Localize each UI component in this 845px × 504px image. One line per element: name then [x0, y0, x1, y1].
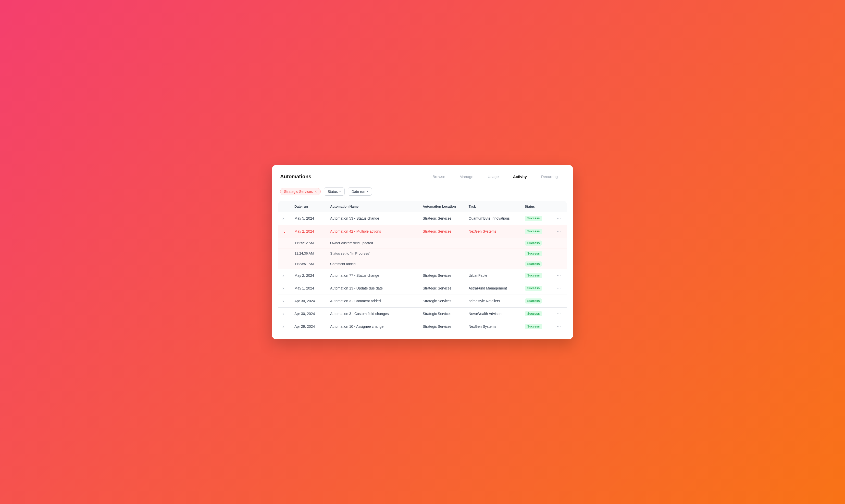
row-expand-toggle[interactable]: ›: [278, 307, 291, 320]
tab-recurring[interactable]: Recurring: [534, 172, 565, 182]
row-status: Success: [521, 294, 551, 307]
status-badge: Success: [525, 273, 542, 278]
col-expand-header: [278, 201, 291, 212]
sub-row-time: 11:24:36 AM: [290, 248, 326, 259]
more-options-icon[interactable]: ···: [555, 272, 562, 278]
table-row: › Apr 30, 2024 Automation 3 - Custom fie…: [278, 307, 567, 320]
sub-row-status: Success: [521, 248, 551, 259]
row-location: Strategic Services: [419, 307, 465, 320]
row-automation-name: Automation 3 - Custom field changes: [326, 307, 419, 320]
table-row: ⌄ May 2, 2024 Automation 42 - Multiple a…: [278, 225, 567, 238]
row-expand-toggle[interactable]: ›: [278, 320, 291, 333]
filter-tag-label: Strategic Services: [284, 190, 313, 194]
nav-tabs: BrowseManageUsageActivityRecurring: [425, 171, 565, 182]
tab-activity[interactable]: Activity: [506, 172, 534, 182]
row-more[interactable]: ···: [551, 212, 567, 225]
table-sub-row: 11:25:12 AM Owner custom field updated S…: [278, 238, 567, 248]
status-badge: Success: [525, 229, 542, 234]
row-expand-toggle[interactable]: ›: [278, 212, 291, 225]
sub-row-status: Success: [521, 259, 551, 269]
more-options-icon[interactable]: ···: [555, 228, 562, 234]
col-more-header: [551, 201, 567, 212]
app-window: Automations BrowseManageUsageActivityRec…: [272, 165, 573, 339]
row-task: NexGen Systems: [465, 225, 521, 238]
row-status: Success: [521, 307, 551, 320]
row-more[interactable]: ···: [551, 320, 567, 333]
col-status-header: Status: [521, 201, 551, 212]
table-row: › Apr 30, 2024 Automation 3 - Comment ad…: [278, 294, 567, 307]
status-badge: Success: [525, 299, 542, 304]
row-task: NovaWealth Advisors: [465, 307, 521, 320]
header: Automations BrowseManageUsageActivityRec…: [272, 165, 573, 182]
row-expand-toggle[interactable]: ›: [278, 294, 291, 307]
sub-row-empty-expand: [278, 248, 291, 259]
more-options-icon[interactable]: ···: [555, 285, 562, 291]
filter-tag-strategic-services[interactable]: Strategic Services ×: [280, 188, 321, 195]
row-date: May 1, 2024: [290, 282, 326, 294]
more-options-icon[interactable]: ···: [555, 215, 562, 221]
sub-row-more-empty: [551, 248, 567, 259]
more-options-icon[interactable]: ···: [555, 298, 562, 304]
sub-status-badge: Success: [525, 262, 542, 267]
row-status: Success: [521, 225, 551, 238]
chevron-down-icon: ▾: [366, 190, 368, 193]
row-task: UrbanFable: [465, 269, 521, 282]
filters-bar: Strategic Services × Status▾Date run▾: [272, 182, 573, 201]
table-container: Date run Automation Name Automation Loca…: [272, 201, 573, 339]
sub-row-status: Success: [521, 238, 551, 248]
row-location: Strategic Services: [419, 225, 465, 238]
row-task: AstraFund Management: [465, 282, 521, 294]
sub-row-time: 11:25:12 AM: [290, 238, 326, 248]
row-more[interactable]: ···: [551, 282, 567, 294]
row-more[interactable]: ···: [551, 269, 567, 282]
row-location: Strategic Services: [419, 320, 465, 333]
tab-manage[interactable]: Manage: [452, 172, 481, 182]
row-automation-name: Automation 13 - Update due date: [326, 282, 419, 294]
row-task: NexGen Systems: [465, 320, 521, 333]
col-date-header: Date run: [290, 201, 326, 212]
col-location-header: Automation Location: [419, 201, 465, 212]
row-more[interactable]: ···: [551, 307, 567, 320]
row-location: Strategic Services: [419, 269, 465, 282]
table-row: › May 1, 2024 Automation 13 - Update due…: [278, 282, 567, 294]
row-location: Strategic Services: [419, 212, 465, 225]
sub-row-action: Status set to “In Progress”: [326, 248, 521, 259]
table-row: › May 5, 2024 Automation 53 - Status cha…: [278, 212, 567, 225]
filter-tag-close-icon[interactable]: ×: [315, 190, 317, 194]
row-more[interactable]: ···: [551, 225, 567, 238]
row-date: May 5, 2024: [290, 212, 326, 225]
table-sub-row: 11:23:51 AM Comment added Success: [278, 259, 567, 269]
row-date: Apr 30, 2024: [290, 294, 326, 307]
table-row: › May 2, 2024 Automation 77 - Status cha…: [278, 269, 567, 282]
row-status: Success: [521, 212, 551, 225]
col-task-header: Task: [465, 201, 521, 212]
row-date: Apr 30, 2024: [290, 307, 326, 320]
sub-row-time: 11:23:51 AM: [290, 259, 326, 269]
row-expand-toggle[interactable]: ›: [278, 269, 291, 282]
table-sub-row: 11:24:36 AM Status set to “In Progress” …: [278, 248, 567, 259]
sub-row-action: Owner custom field updated: [326, 238, 521, 248]
row-more[interactable]: ···: [551, 294, 567, 307]
row-location: Strategic Services: [419, 294, 465, 307]
filter-dropdown-status[interactable]: Status▾: [324, 187, 345, 196]
automations-table: Date run Automation Name Automation Loca…: [278, 201, 567, 333]
table-row: › Apr 29, 2024 Automation 10 - Assignee …: [278, 320, 567, 333]
row-automation-name: Automation 53 - Status change: [326, 212, 419, 225]
status-badge: Success: [525, 286, 542, 291]
row-automation-name: Automation 10 - Assignee change: [326, 320, 419, 333]
row-status: Success: [521, 320, 551, 333]
row-expand-toggle[interactable]: ⌄: [278, 225, 291, 238]
filter-dropdown-label-daterun: Date run: [352, 190, 365, 194]
tab-usage[interactable]: Usage: [481, 172, 506, 182]
table-body: › May 5, 2024 Automation 53 - Status cha…: [278, 212, 567, 333]
filter-dropdown-daterun[interactable]: Date run▾: [348, 187, 372, 196]
row-date: May 2, 2024: [290, 225, 326, 238]
status-badge: Success: [525, 311, 542, 316]
more-options-icon[interactable]: ···: [555, 310, 562, 317]
row-automation-name: Automation 42 - Multiple actions: [326, 225, 419, 238]
sub-row-action: Comment added: [326, 259, 521, 269]
more-options-icon[interactable]: ···: [555, 323, 562, 329]
row-expand-toggle[interactable]: ›: [278, 282, 291, 294]
table-header: Date run Automation Name Automation Loca…: [278, 201, 567, 212]
tab-browse[interactable]: Browse: [425, 172, 452, 182]
